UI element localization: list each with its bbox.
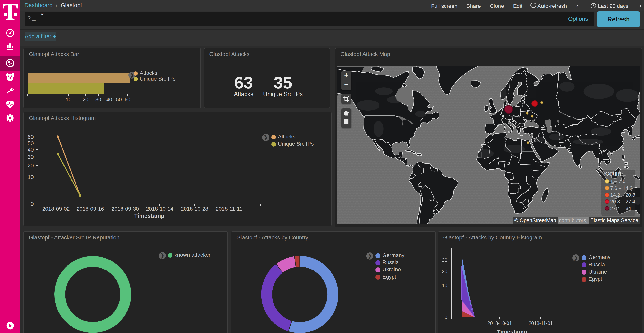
svg-text:30: 30 xyxy=(28,154,34,160)
svg-text:2018-09-16: 2018-09-16 xyxy=(76,206,104,212)
svg-text:2018-09-30: 2018-09-30 xyxy=(111,206,139,212)
svg-text:20: 20 xyxy=(442,268,447,274)
svg-text:50: 50 xyxy=(28,140,34,146)
svg-text:40: 40 xyxy=(28,147,34,153)
svg-text:10: 10 xyxy=(28,174,34,180)
svg-text:0: 0 xyxy=(445,314,447,320)
svg-text:Timestamp: Timestamp xyxy=(134,213,164,219)
svg-text:2018-10-28: 2018-10-28 xyxy=(181,206,208,212)
svg-text:10: 10 xyxy=(442,282,447,288)
svg-text:30: 30 xyxy=(96,97,101,102)
svg-text:10: 10 xyxy=(66,97,72,102)
svg-text:2018-10-14: 2018-10-14 xyxy=(146,206,173,212)
svg-text:2018-11-01: 2018-11-01 xyxy=(528,320,553,326)
svg-text:20: 20 xyxy=(28,162,34,169)
svg-text:2018-09-02: 2018-09-02 xyxy=(42,206,70,212)
svg-text:60: 60 xyxy=(28,134,34,140)
svg-text:30: 30 xyxy=(442,257,447,263)
svg-text:60: 60 xyxy=(124,97,130,102)
svg-text:0: 0 xyxy=(31,201,34,207)
svg-text:50: 50 xyxy=(116,97,122,102)
svg-text:2018-10-01: 2018-10-01 xyxy=(488,320,512,326)
svg-text:2018-11-11: 2018-11-11 xyxy=(216,206,242,212)
svg-text:20: 20 xyxy=(82,97,88,102)
svg-text:40: 40 xyxy=(106,97,112,102)
svg-text:Timestamp: Timestamp xyxy=(497,328,527,333)
